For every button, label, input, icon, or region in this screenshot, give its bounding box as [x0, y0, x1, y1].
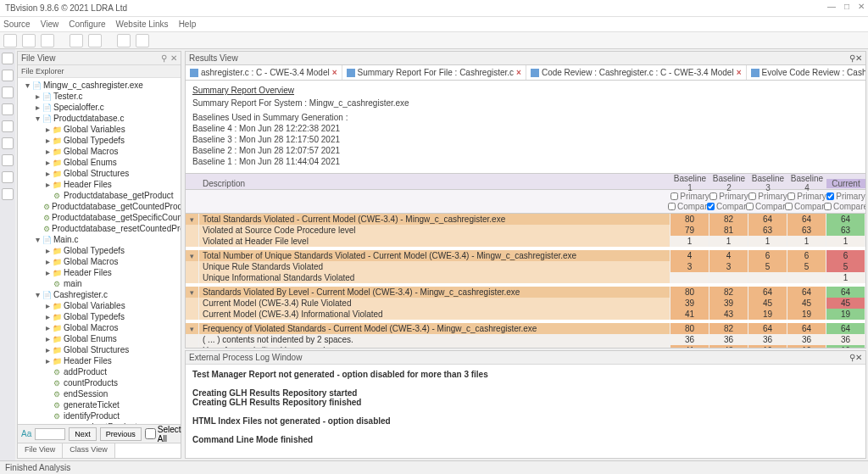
tab-class-view[interactable]: Class View [63, 443, 114, 458]
pin-icon[interactable]: ⚲ [161, 53, 167, 63]
tree-node[interactable]: ▸📁Global Macros [19, 256, 179, 267]
compare-check[interactable]: Compare [824, 202, 865, 211]
strip-button[interactable] [2, 103, 14, 115]
toolbar-button[interactable] [117, 34, 131, 47]
tree-node[interactable]: ⚙countProducts [19, 377, 179, 388]
document-tab[interactable]: Summary Report For File : Cashregister.c… [342, 65, 526, 80]
tree-node[interactable]: ▸📁Global Macros [19, 146, 179, 157]
primary-check[interactable]: Primary [709, 192, 748, 201]
tree-node[interactable]: ▾📄Productdatabase.c [19, 113, 179, 124]
document-tab[interactable]: Evolve Code Review : Cashregister.c : C … [747, 65, 867, 80]
menu-configure[interactable]: Configure [69, 20, 105, 29]
tree-node[interactable]: ▾📄Mingw_c_cashregister.exe [19, 80, 179, 91]
tree-node[interactable]: ▸📁Header Files [19, 355, 179, 366]
tab-close-icon[interactable]: × [332, 68, 337, 77]
collapse-toggle[interactable]: ▾ [186, 214, 199, 225]
tree-node[interactable]: ▸📁Global Typedefs [19, 245, 179, 256]
strip-button[interactable] [2, 70, 14, 81]
tree-node[interactable]: ▸📁Global Macros [19, 322, 179, 333]
tree-node[interactable]: ▸📁Global Variables [19, 300, 179, 311]
compare-check[interactable]: Compare [668, 202, 712, 211]
collapse-toggle[interactable]: ▾ [186, 287, 199, 298]
previous-button[interactable]: Previous [100, 427, 142, 441]
menu-source[interactable]: Source [3, 20, 31, 29]
tree-node[interactable]: ▾📄Cashregister.c [19, 289, 179, 300]
tab-label: Evolve Code Review : Cashregister.c : C … [762, 68, 867, 77]
pin-icon[interactable]: ⚲ [849, 53, 855, 63]
tree-node[interactable]: ⚙main [19, 278, 179, 289]
collapse-toggle[interactable]: ▾ [186, 323, 199, 334]
close-icon[interactable]: ✕ [855, 53, 862, 63]
toolbar-button[interactable] [41, 34, 54, 47]
tree-label: Global Variables [64, 125, 125, 134]
tree-node[interactable]: ⚙identifyProduct [19, 410, 179, 421]
compare-check[interactable]: Compare [707, 202, 751, 211]
search-glyph-icon[interactable]: Aa [21, 429, 31, 438]
value-cell: 45 [787, 298, 826, 309]
strip-button[interactable] [2, 86, 14, 98]
strip-button[interactable] [2, 154, 14, 166]
tree-node[interactable]: ⚙Productdatabase_getCountedProduct [19, 201, 179, 212]
toolbar-button[interactable] [136, 34, 149, 47]
primary-check[interactable]: Primary [748, 192, 787, 201]
primary-check[interactable]: Primary [670, 192, 709, 201]
toolbar-button[interactable] [88, 34, 102, 47]
maximize-button[interactable]: □ [844, 2, 849, 11]
tree-node[interactable]: ⚙endSession [19, 388, 179, 399]
tree-node[interactable]: ⚙generateTicket [19, 399, 179, 410]
strip-button[interactable] [2, 188, 14, 200]
primary-check[interactable]: Primary [826, 192, 865, 201]
tree-node[interactable]: ▸📁Global Typedefs [19, 135, 179, 146]
tree-node[interactable]: ⚙addProduct [19, 366, 179, 377]
menu-website-links[interactable]: Website Links [116, 20, 169, 29]
fn-icon: ⚙ [52, 390, 62, 399]
toolbar-button[interactable] [3, 34, 17, 47]
compare-check[interactable]: Compare [785, 202, 829, 211]
grid-row: Use of numeric literal in expression.414… [186, 345, 865, 348]
tree-node[interactable]: ▸📁Global Variables [19, 124, 179, 135]
tree-node[interactable]: ▸📁Global Structures [19, 168, 179, 179]
select-all-check[interactable]: Select All [145, 425, 181, 443]
document-tab[interactable]: Code Review : Cashregister.c : C - CWE-3… [526, 65, 747, 80]
col-current[interactable]: Current [826, 179, 865, 188]
log-line: HTML Index Files not generated - option … [192, 416, 859, 426]
next-button[interactable]: Next [69, 427, 97, 441]
log-line: Command Line Mode finished [192, 435, 859, 444]
strip-button[interactable] [2, 137, 14, 149]
tree-node[interactable]: ▸📄Specialoffer.c [19, 102, 179, 113]
tree-node[interactable]: ▸📄Tester.c [19, 91, 179, 102]
tree-node[interactable]: ▸📁Header Files [19, 179, 179, 190]
file-tree[interactable]: ▾📄Mingw_c_cashregister.exe▸📄Tester.c▸📄Sp… [18, 78, 181, 424]
document-tab[interactable]: ashregister.c : C - CWE-3.4 Model× [186, 65, 342, 80]
strip-button[interactable] [2, 171, 14, 183]
toolbar-button[interactable] [22, 34, 36, 47]
tree-search-input[interactable] [35, 428, 65, 440]
primary-check[interactable]: Primary [787, 192, 826, 201]
tree-node[interactable]: ▸📁Header Files [19, 267, 179, 278]
close-button[interactable]: ✕ [858, 2, 865, 11]
tab-close-icon[interactable]: × [516, 68, 521, 77]
close-icon[interactable]: ✕ [855, 353, 862, 362]
tree-node[interactable]: ▸📁Global Structures [19, 344, 179, 355]
compare-check[interactable]: Compare [746, 202, 790, 211]
tree-node[interactable]: ⚙Productdatabase_getSpecificCountedProdu… [19, 212, 179, 223]
tree-node[interactable]: ⚙Productdatabase_getProduct [19, 190, 179, 201]
toolbar-button[interactable] [70, 34, 83, 47]
minimize-button[interactable]: — [827, 2, 836, 11]
strip-button[interactable] [2, 53, 14, 64]
close-icon[interactable]: ✕ [170, 53, 177, 63]
strip-button[interactable] [2, 120, 14, 132]
col-description[interactable]: Description [199, 179, 670, 188]
tree-node[interactable]: ▸📁Global Enums [19, 157, 179, 168]
tab-close-icon[interactable]: × [737, 68, 742, 77]
tree-node[interactable]: ▸📁Global Typedefs [19, 311, 179, 322]
tree-node[interactable]: ⚙Productdatabase_resetCountedProducts [19, 223, 179, 234]
collapse-toggle[interactable]: ▾ [186, 250, 199, 261]
pin-icon[interactable]: ⚲ [849, 353, 855, 362]
tree-node[interactable]: ▾📄Main.c [19, 234, 179, 245]
tree-node[interactable]: ▸📁Global Enums [19, 333, 179, 344]
tab-file-view[interactable]: File View [18, 443, 63, 458]
menu-view[interactable]: View [41, 20, 59, 29]
menu-help[interactable]: Help [179, 20, 197, 29]
value-cell: 82 [709, 323, 748, 334]
